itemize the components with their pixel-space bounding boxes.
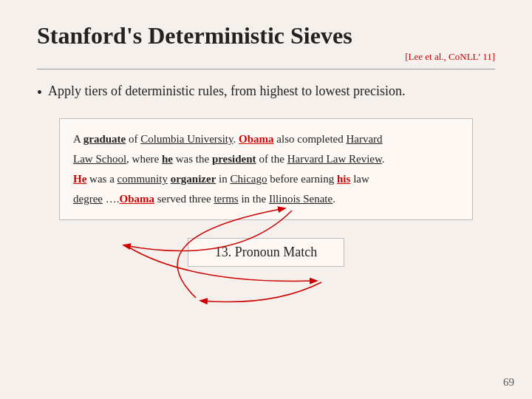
text-a: A xyxy=(73,133,83,145)
example-line-1: A graduate of Columbia University. Obama… xyxy=(73,129,459,149)
word-lawschool: Law School xyxy=(73,153,126,165)
example-box: A graduate of Columbia University. Obama… xyxy=(59,118,473,220)
bullet-section: • Apply tiers of deterministic rules, fr… xyxy=(37,81,495,103)
slide: Stanford's Deterministic Sieves [Lee et … xyxy=(0,0,532,399)
word-obama2: Obama xyxy=(119,193,154,205)
word-columbia: Columbia University xyxy=(140,133,233,145)
text-also: also completed xyxy=(274,133,347,145)
bullet-text: Apply tiers of deterministic rules, from… xyxy=(48,81,405,101)
text-period1: . xyxy=(233,133,239,145)
word-terms: terms xyxy=(214,193,238,205)
word-organizer: organizer xyxy=(171,173,216,185)
pronoun-box: 13. Pronoun Match xyxy=(188,238,345,267)
title-section: Stanford's Deterministic Sieves [Lee et … xyxy=(37,22,495,63)
example-line-4: degree ….Obama served three terms in the… xyxy=(73,189,459,209)
example-line-3: He was a community organizer in Chicago … xyxy=(73,169,459,189)
word-obama1: Obama xyxy=(239,133,274,145)
word-harvard: Harvard xyxy=(346,133,382,145)
example-line-2: Law School, where he was the president o… xyxy=(73,149,459,169)
word-hlr: Harvard Law Review xyxy=(287,153,382,165)
bullet-item: • Apply tiers of deterministic rules, fr… xyxy=(37,81,495,103)
word-community: community xyxy=(117,173,168,185)
word-chicago: Chicago xyxy=(230,173,267,185)
text-of: of xyxy=(126,133,140,145)
citation: [Lee et al., CoNLL' 11] xyxy=(37,51,495,63)
word-graduate: graduate xyxy=(83,133,126,145)
word-he2: He xyxy=(73,173,86,185)
word-president: president xyxy=(212,153,256,165)
word-degree: degree xyxy=(73,193,103,205)
page-number: 69 xyxy=(503,376,514,389)
word-he1: he xyxy=(162,153,173,165)
divider xyxy=(37,69,495,69)
bullet-dot: • xyxy=(37,81,42,103)
word-his: his xyxy=(337,173,350,185)
pronoun-label-section: 13. Pronoun Match xyxy=(37,238,495,267)
slide-title: Stanford's Deterministic Sieves xyxy=(37,22,495,50)
word-illinois: Illinois Senate xyxy=(269,193,332,205)
pronoun-text: 13. Pronoun Match xyxy=(215,245,318,259)
